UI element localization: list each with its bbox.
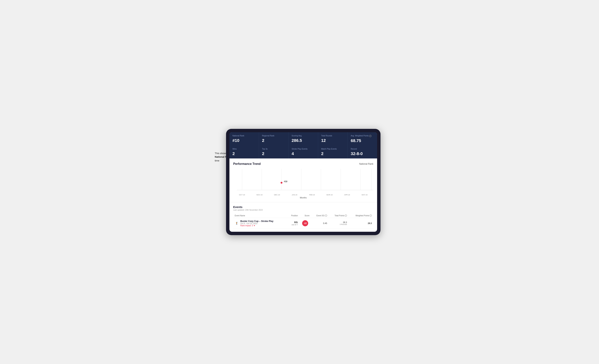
stat-stroke-play-label: Stroke Play Events bbox=[291, 148, 315, 150]
event-name-cell: 🏌 Buster Cozy Cup – Stroke Play Oct 9 - … bbox=[233, 218, 287, 229]
rank-impact: Rank Impact: 3 ▼ bbox=[240, 225, 273, 227]
event-score: -22 bbox=[299, 218, 311, 229]
stat-match-play-value: 2 bbox=[321, 151, 344, 156]
events-table: Event Name Position Score Event SG ⓘ bbox=[233, 213, 373, 229]
stat-wins: Wins 2 bbox=[229, 145, 259, 159]
stat-stroke-play: Stroke Play Events 4 bbox=[289, 145, 318, 159]
stat-avg-weighted-label: Avg. Weighted Points ⓘ bbox=[351, 134, 374, 137]
performance-header: Performance Trend National Rank bbox=[233, 162, 373, 166]
col-position: Position bbox=[287, 213, 299, 218]
stats-row-2: Wins 2 Top 3s 2 Stroke Play Events 4 Mat… bbox=[229, 145, 377, 159]
stat-top3s-value: 2 bbox=[262, 151, 285, 156]
chart-x-title: Months bbox=[233, 196, 373, 199]
event-details: Buster Cozy Cup – Stroke Play Oct 9 - Oc… bbox=[240, 220, 273, 227]
stat-wins-label: Wins bbox=[232, 148, 256, 150]
event-sg: 0.45 bbox=[311, 218, 329, 229]
svg-point-10 bbox=[281, 182, 282, 184]
performance-section: Performance Trend National Rank bbox=[229, 159, 377, 202]
stat-scoring-avg-label: Scoring Avg. bbox=[291, 134, 315, 137]
stat-stroke-play-value: 4 bbox=[291, 151, 315, 156]
page-wrapper: This shows you your National Rank trend … bbox=[215, 121, 384, 243]
avg-weighted-info-icon: ⓘ bbox=[369, 135, 371, 137]
event-date: Oct 9 - Oct 10, 2023 bbox=[240, 222, 273, 225]
col-total-points: Total Points ⓘ bbox=[329, 213, 348, 218]
col-event-sg: Event SG ⓘ bbox=[311, 213, 329, 218]
tablet-screen: National Rank #10 Regional Rank 2 Scorin… bbox=[229, 132, 377, 232]
score-badge: -22 bbox=[302, 220, 308, 226]
stat-total-rounds: Total Rounds 12 bbox=[318, 132, 348, 145]
stat-total-rounds-value: 12 bbox=[321, 138, 344, 143]
col-event-name: Event Name bbox=[233, 213, 287, 218]
performance-title: Performance Trend bbox=[233, 162, 261, 166]
col-weighted-points: Weighted Points ⓘ bbox=[348, 213, 373, 218]
tablet-device: National Rank #10 Regional Rank 2 Scorin… bbox=[226, 129, 380, 235]
x-label-mar24: MAR 24 bbox=[321, 194, 338, 196]
stat-record-value: 32-8-0 bbox=[351, 151, 374, 156]
x-label-nov23: NOV 23 bbox=[251, 194, 268, 196]
stat-avg-weighted-value: 68.75 bbox=[351, 138, 374, 143]
stat-top3s-label: Top 3s bbox=[262, 148, 285, 150]
performance-chart: #10 bbox=[233, 169, 373, 193]
stats-row-1: National Rank #10 Regional Rank 2 Scorin… bbox=[229, 132, 377, 145]
stat-national-rank-value: #10 bbox=[232, 138, 256, 143]
chart-x-labels: OCT 23 NOV 23 DEC 23 JAN 24 FEB 24 MAR 2… bbox=[233, 194, 373, 196]
stat-national-rank-label: National Rank bbox=[232, 134, 256, 137]
total-points: 28.3 3 Rounds bbox=[329, 218, 348, 229]
events-section: Events Last updated: 24th November 2023 … bbox=[229, 202, 377, 232]
x-label-apr24: APR 24 bbox=[338, 194, 356, 196]
stat-match-play-label: Match Play Events bbox=[321, 148, 344, 150]
stat-national-rank: National Rank #10 bbox=[229, 132, 259, 145]
rank-impact-direction: ▼ bbox=[254, 225, 255, 227]
stat-regional-rank-value: 2 bbox=[262, 138, 285, 143]
col-score: Score bbox=[299, 213, 311, 218]
x-label-may24: MAY 24 bbox=[356, 194, 373, 196]
x-label-feb24: FEB 24 bbox=[303, 194, 321, 196]
stat-scoring-avg-value: 286.5 bbox=[291, 138, 315, 143]
weighted-points-info-icon: ⓘ bbox=[370, 214, 372, 217]
stat-record-label: Record bbox=[351, 148, 374, 150]
stat-regional-rank-label: Regional Rank bbox=[262, 134, 285, 137]
stat-top3s: Top 3s 2 bbox=[259, 145, 288, 159]
weighted-points: 28.3 bbox=[348, 218, 373, 229]
total-points-info-icon: ⓘ bbox=[345, 214, 347, 217]
chart-svg: #10 bbox=[233, 169, 373, 193]
event-sg-info-icon: ⓘ bbox=[325, 214, 327, 217]
x-label-jan24: JAN 24 bbox=[286, 194, 303, 196]
table-row: 🏌 Buster Cozy Cup – Stroke Play Oct 9 - … bbox=[233, 218, 373, 229]
stat-regional-rank: Regional Rank 2 bbox=[259, 132, 288, 145]
event-position: 6th out of 7 bbox=[287, 218, 299, 229]
events-table-header-row: Event Name Position Score Event SG ⓘ bbox=[233, 213, 373, 218]
events-title: Events bbox=[233, 205, 373, 209]
x-label-dec23: DEC 23 bbox=[268, 194, 286, 196]
event-icon: 🏌 bbox=[235, 221, 239, 225]
stat-record: Record 32-8-0 bbox=[348, 145, 377, 159]
stat-scoring-avg: Scoring Avg. 286.5 bbox=[289, 132, 318, 145]
events-last-updated: Last updated: 24th November 2023 bbox=[233, 209, 373, 211]
stat-wins-value: 2 bbox=[232, 151, 256, 156]
x-label-oct23: OCT 23 bbox=[233, 194, 251, 196]
stat-total-rounds-label: Total Rounds bbox=[321, 134, 344, 137]
svg-text:#10: #10 bbox=[284, 180, 287, 183]
stat-match-play: Match Play Events 2 bbox=[318, 145, 348, 159]
stat-avg-weighted-points: Avg. Weighted Points ⓘ 68.75 bbox=[348, 132, 377, 145]
event-name: Buster Cozy Cup – Stroke Play bbox=[240, 220, 273, 222]
performance-label: National Rank bbox=[359, 163, 373, 165]
